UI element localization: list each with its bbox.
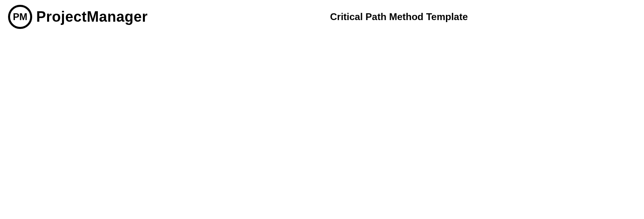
page-title: Critical Path Method Template [330, 11, 468, 23]
logo-text: PM [13, 11, 27, 23]
brand-header: PM ProjectManager [8, 5, 636, 29]
logo-icon: PM [8, 5, 32, 29]
brand-name: ProjectManager [36, 8, 148, 25]
